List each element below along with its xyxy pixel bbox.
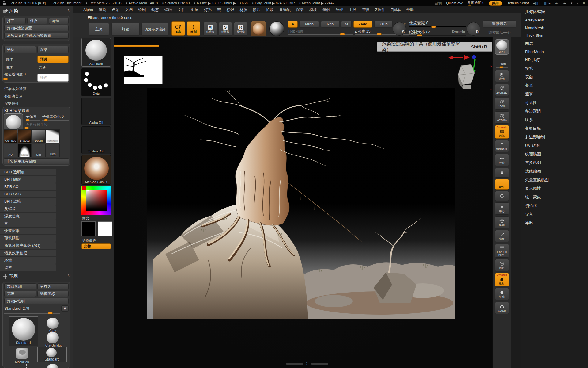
right-panel-item[interactable]: 几何体编辑 — [525, 9, 588, 15]
camera-gizmo[interactable] — [444, 53, 492, 94]
view-blur-slider[interactable] — [26, 128, 69, 128]
render-freeze-button[interactable]: 冻结 — [49, 18, 69, 24]
collapse-right-icon[interactable]: ||||▸ — [544, 1, 551, 5]
right-shelf-button[interactable]: Dynamic 鬼影 — [495, 273, 509, 286]
render-option-item[interactable]: 预览环境光遮蔽 (AO) — [0, 242, 56, 249]
mode-zadd-button[interactable]: Zadd — [353, 21, 372, 28]
ui-opacity-slider[interactable]: 界面透明 0 — [467, 1, 484, 6]
right-shelf-button[interactable]: 地面网格 — [495, 140, 509, 152]
canvas-scroll-arrows[interactable]: ▲▼ — [306, 361, 308, 366]
main-color-swatch[interactable] — [81, 221, 96, 236]
mode-m-button[interactable]: M — [341, 21, 352, 28]
menu-button[interactable]: 菜单 — [489, 1, 502, 6]
render-option-item[interactable]: 雾 — [0, 220, 56, 227]
color-picker[interactable] — [81, 186, 111, 215]
alt-color-button[interactable]: 交替 — [81, 243, 111, 249]
right-shelf-button[interactable]: 缩放 — [495, 230, 509, 242]
secondary-color-swatch[interactable] — [98, 221, 112, 236]
menu-item[interactable]: Alpha — [83, 8, 93, 12]
right-shelf-button[interactable]: Line Fill PolyF — [495, 244, 509, 258]
brush-thumb-selectrect[interactable]: SelectRect — [16, 364, 29, 368]
right-panel-item[interactable]: 置换贴图 — [525, 160, 588, 166]
menu-item[interactable]: 影片 — [253, 7, 260, 13]
cursor-button[interactable]: 光标 — [4, 46, 36, 53]
right-shelf-button[interactable]: 透明 — [495, 259, 509, 271]
menu-item[interactable]: 材质 — [239, 7, 247, 13]
right-panel-item[interactable]: ArrayMesh — [525, 18, 588, 22]
save-as-button[interactable]: 另存为 — [37, 283, 69, 289]
current-alpha-tile[interactable]: Alpha Off — [81, 98, 111, 125]
rotate-axis-button[interactable]: R 旋转轴 — [234, 22, 247, 36]
menu-item[interactable]: Z插件 — [375, 7, 385, 13]
menu-item[interactable]: Z脚本 — [391, 7, 401, 13]
right-panel-item[interactable]: HD 几何 — [525, 57, 588, 63]
lightbox-brush-button[interactable]: 灯箱▶笔刷 — [4, 298, 69, 304]
draw-size-slider[interactable] — [409, 35, 466, 36]
subpixel-slider[interactable] — [26, 120, 40, 121]
brush-thumb-smooth[interactable]: Smooth — [45, 364, 60, 368]
brush-thumb-standard-large[interactable]: Standard — [9, 316, 38, 346]
draw-size-brush-icon[interactable]: D — [467, 22, 480, 36]
menu-item[interactable]: 标记 — [226, 7, 234, 13]
right-panel-item[interactable]: 多边形绘制 — [525, 134, 588, 140]
right-panel-item[interactable]: 初始化 — [525, 203, 588, 209]
mode-a-button[interactable]: A — [288, 21, 298, 28]
bpr-pass-thumb[interactable]: AO — [4, 144, 17, 157]
gradient-label[interactable]: 渐变 — [82, 216, 89, 220]
menu-item[interactable]: 帮助 — [406, 7, 414, 13]
normal-label[interactable]: 普通 — [39, 65, 46, 70]
right-panel-item[interactable]: 多边形组 — [525, 109, 588, 114]
right-panel-item[interactable]: 统一蒙皮 — [525, 194, 588, 200]
render-option-item[interactable]: BPR 滤镜 — [0, 198, 56, 205]
home-button[interactable]: 主页 — [89, 23, 109, 36]
current-material-tile[interactable]: MatCap Skin04 — [81, 155, 111, 185]
current-texture-sphere[interactable] — [270, 21, 284, 36]
render-option-item[interactable]: 反锯齿 — [0, 205, 56, 212]
brush-slider[interactable] — [4, 313, 60, 314]
section-external-renderer[interactable]: 外部渲染器 — [4, 94, 23, 99]
bpr-pass-thumb[interactable]: Compos — [4, 129, 17, 143]
focal-shift-slider[interactable] — [409, 26, 466, 27]
draw-button[interactable]: 绘 制 — [187, 21, 200, 36]
render-option-item[interactable]: 调整 — [0, 264, 56, 271]
bpr-pass-thumb[interactable]: Shaded — [18, 129, 32, 143]
right-shelf-button[interactable]: 滚动 — [495, 70, 509, 82]
auto-label[interactable]: 自动 — [435, 1, 442, 6]
close-icon[interactable]: × — [583, 1, 586, 6]
edit-button[interactable]: Edit — [172, 21, 185, 36]
color-sv-square[interactable] — [86, 190, 107, 211]
menu-item[interactable]: 纹理 — [336, 7, 343, 13]
right-shelf-button[interactable]: Xpose — [495, 302, 509, 314]
render-option-item[interactable]: BPR 阴影 — [0, 176, 56, 183]
minimize-icon[interactable]: ▾ — [571, 1, 573, 5]
brush-thumb-standard-selected[interactable]: Standard — [37, 347, 67, 362]
render-button[interactable]: 渲染 — [37, 46, 69, 53]
menu-item[interactable]: 编辑 — [164, 7, 172, 13]
right-panel-item[interactable]: 遮罩 — [525, 91, 588, 97]
select-icon-button[interactable]: 选择图标 — [37, 291, 69, 297]
right-panel-item[interactable]: 表面 — [525, 74, 588, 80]
lightbox-button[interactable]: 灯箱 — [111, 23, 140, 36]
bpr-pass-thumb[interactable]: Shadow — [46, 129, 60, 143]
restore-icon[interactable]: ▫ — [577, 1, 579, 5]
render-refresh-icon[interactable]: ↻ — [67, 8, 71, 13]
menu-item[interactable]: 变换 — [362, 7, 370, 13]
fast-label[interactable]: 快速 — [6, 65, 13, 70]
menu-item[interactable]: 文件 — [178, 7, 185, 13]
menu-item[interactable]: 绘制 — [138, 7, 146, 13]
scale-axis-button[interactable]: S 缩放轴 — [219, 22, 232, 36]
render-option-item[interactable]: 预览阴影 — [0, 235, 56, 242]
reuse-maps-button[interactable]: 重复使用现有贴图 — [4, 158, 69, 164]
right-shelf-button[interactable]: BPR — [495, 39, 509, 55]
brush-thumb-claybuildup[interactable]: ClayBuildup — [45, 332, 60, 347]
menu-item[interactable]: 动态 — [151, 7, 159, 13]
quicksave-button[interactable]: QuickSave — [446, 1, 463, 5]
lightbox-render-settings-button[interactable]: 灯箱▶渲染设置 — [4, 25, 69, 31]
right-shelf-button[interactable]: 单独 — [495, 288, 509, 300]
right-shelf-button[interactable]: 移动 — [495, 216, 509, 228]
right-panel-item[interactable]: Thick Skin — [525, 33, 588, 38]
z-intensity-slider[interactable] — [355, 34, 416, 35]
right-shelf-button[interactable]: XYZ — [495, 179, 509, 190]
render-option-item[interactable]: BPR SSS — [0, 191, 56, 197]
right-panel-item[interactable]: 可见性 — [525, 100, 588, 105]
